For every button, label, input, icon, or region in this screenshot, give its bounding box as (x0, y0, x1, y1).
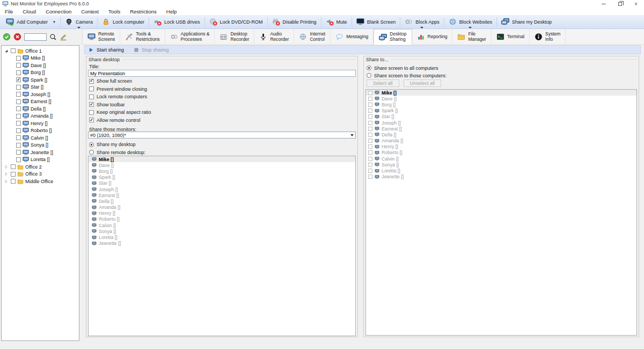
list-item-jeanette[interactable]: Jeanette [] (366, 174, 636, 180)
computer-checkbox[interactable] (16, 157, 21, 162)
computer-checkbox[interactable] (16, 85, 21, 90)
list-item-henry[interactable]: Henry [] (89, 210, 355, 216)
menu-connection[interactable]: Connection (41, 9, 76, 14)
computer-checkbox[interactable] (16, 63, 21, 68)
share-remote-desktop-radio[interactable]: Share remote desktop: (89, 150, 145, 155)
share-to-computer-list[interactable]: Mike []Dave []Borg []Spark []Star []Jose… (365, 89, 637, 336)
list-item-earnest[interactable]: Earnest [] (89, 192, 355, 198)
tree-computer-calvin[interactable]: Calvin [] (2, 134, 79, 142)
option-checkbox[interactable]: ✓ (89, 118, 94, 122)
list-item-loretta[interactable]: Loretta [] (89, 234, 355, 240)
stop-sharing-button[interactable]: Stop sharing (134, 47, 169, 53)
tree-computer-dave[interactable]: Dave [] (2, 62, 79, 69)
collapsed-arrow-icon[interactable] (4, 164, 9, 170)
camera-button[interactable]: Camera (61, 16, 97, 28)
list-item-dave[interactable]: Dave [] (366, 96, 636, 101)
computer-checkbox[interactable] (368, 157, 372, 161)
tree-computer-jeanette[interactable]: Jeanette [] (2, 149, 79, 156)
computer-checkbox[interactable] (368, 139, 372, 143)
option-show-full-screen[interactable]: ✓Show full screen (89, 77, 151, 85)
option-prevent-window-closing[interactable]: Prevent window closing (89, 85, 151, 93)
option-checkbox[interactable]: ✓ (89, 79, 94, 84)
option-checkbox[interactable] (89, 94, 94, 99)
computer-checkbox[interactable] (368, 103, 372, 107)
computer-checkbox[interactable] (16, 106, 21, 111)
edit-icon[interactable] (60, 33, 67, 41)
block-websites-button[interactable]: Block Websites (444, 16, 496, 28)
list-item-mike[interactable]: Mike [] (89, 156, 355, 162)
computer-checkbox[interactable] (368, 114, 372, 119)
minimize-button[interactable] (596, 0, 612, 8)
computer-checkbox[interactable] (368, 174, 372, 179)
start-sharing-button[interactable]: Start sharing (89, 47, 124, 53)
mute-button[interactable]: Mute (321, 16, 352, 28)
disable-printing-button[interactable]: Disable Printing (268, 16, 321, 28)
computer-checkbox[interactable] (368, 121, 372, 125)
add-computer-button[interactable]: Add Computer▼ (2, 16, 60, 28)
list-item-star[interactable]: Star [] (89, 180, 355, 186)
folder-checkbox[interactable] (11, 172, 16, 177)
menu-context[interactable]: Context (76, 9, 104, 14)
computer-checkbox[interactable] (368, 169, 372, 173)
computer-checkbox[interactable] (16, 128, 21, 133)
option-checkbox[interactable]: ✓ (89, 102, 94, 107)
unselect-all-button[interactable]: Unselect all (404, 79, 442, 87)
computer-checkbox[interactable] (16, 143, 21, 148)
search-input[interactable] (24, 33, 47, 41)
list-item-joseph[interactable]: Joseph [] (366, 120, 636, 126)
tab-desktop-sharing[interactable]: DesktopSharing (374, 29, 412, 45)
block-apps-button[interactable]: Block Apps (400, 16, 444, 28)
tree-computer-earnest[interactable]: Earnest [] (2, 98, 79, 106)
computer-checkbox[interactable] (16, 135, 21, 140)
list-item-star[interactable]: Star [] (366, 114, 636, 120)
search-icon[interactable] (49, 33, 57, 41)
tab-audio-recorder[interactable]: AudioRecorder (254, 29, 294, 45)
computer-checkbox[interactable] (368, 163, 372, 167)
tree-computer-star[interactable]: Star [] (2, 84, 79, 91)
menu-tools[interactable]: Tools (104, 9, 125, 14)
list-item-earnest[interactable]: Earnest [] (366, 126, 636, 132)
tab-internet-control[interactable]: InternetControl (294, 29, 331, 45)
list-item-calvin[interactable]: Calvin [] (366, 156, 636, 162)
option-checkbox[interactable] (89, 86, 94, 91)
tree-computer-della[interactable]: Della [] (2, 105, 79, 113)
list-item-spark[interactable]: Spark [] (89, 174, 355, 180)
menu-file[interactable]: File (0, 9, 18, 14)
option-keep-original-aspect-ratio[interactable]: Keep original aspect ratio (89, 108, 151, 117)
tab-terminal[interactable]: Terminal (492, 29, 530, 45)
computer-checkbox[interactable] (16, 99, 21, 104)
menu-cloud[interactable]: Cloud (18, 9, 41, 14)
computer-checkbox[interactable] (16, 150, 21, 155)
list-item-borg[interactable]: Borg [] (89, 168, 355, 174)
computer-checkbox[interactable] (368, 108, 372, 113)
tree-folder-middle-office[interactable]: Middle Office (2, 178, 79, 185)
tab-system-info[interactable]: SystemInfo (530, 29, 566, 45)
tab-applications-processes[interactable]: Applications &Processes (165, 29, 215, 45)
list-item-henry[interactable]: Henry [] (366, 144, 636, 150)
list-item-loretta[interactable]: Loretta [] (366, 168, 636, 173)
tree-folder-office-2[interactable]: Office 2 (2, 163, 79, 171)
list-item-roberto[interactable]: Roberto [] (89, 216, 355, 222)
option-allow-remote-control[interactable]: ✓Allow remote control (89, 117, 151, 125)
computer-checkbox[interactable] (368, 144, 372, 149)
computer-checkbox[interactable] (16, 70, 21, 75)
collapsed-arrow-icon[interactable] (4, 179, 9, 184)
lock-usb-drives-button[interactable]: Lock USB drives (149, 16, 204, 28)
tree-computer-henry[interactable]: Henry [] (2, 120, 79, 127)
expanded-arrow-icon[interactable] (4, 48, 9, 54)
disconnect-x-button[interactable] (13, 33, 21, 41)
menu-help[interactable]: Help (162, 9, 182, 14)
tree-computer-joseph[interactable]: Joseph [] (2, 91, 79, 98)
list-item-della[interactable]: Della [] (89, 198, 355, 204)
computer-checkbox[interactable] (16, 92, 21, 97)
folder-checkbox[interactable] (11, 164, 16, 169)
share-all-computers-radio[interactable]: Share screen to all computers (367, 66, 438, 71)
computer-checkbox[interactable] (368, 91, 372, 95)
lock-dvd-cd-rom-button[interactable]: Lock DVD/CD-ROM (205, 16, 267, 28)
remote-desktop-computer-list[interactable]: Mike []Dave []Borg []Spark []Star []Jose… (88, 156, 356, 336)
tree-computer-borg[interactable]: Borg [] (2, 69, 79, 77)
list-item-dave[interactable]: Dave [] (89, 162, 355, 168)
tree-computer-loretta[interactable]: Loretta [] (2, 156, 79, 164)
option-show-toolbar[interactable]: ✓Show toolbar (89, 101, 151, 109)
monitor-select[interactable]: #0 (1920, 1080)* (88, 132, 356, 139)
